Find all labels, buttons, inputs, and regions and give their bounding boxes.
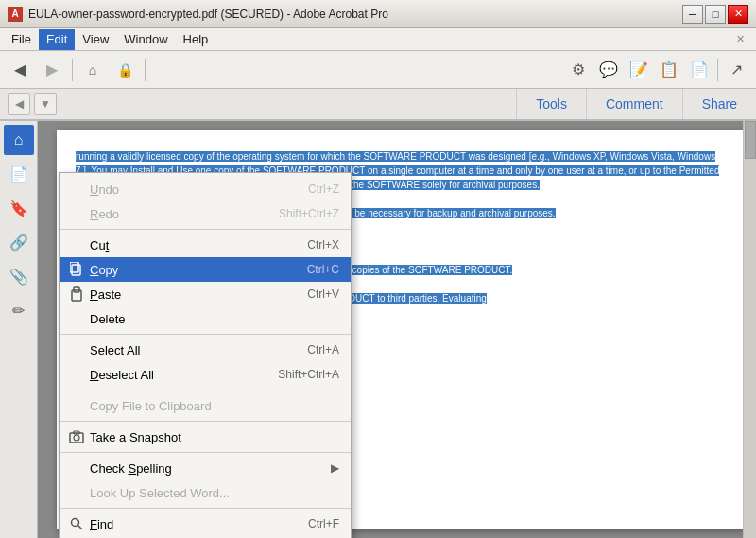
scrollbar[interactable] bbox=[743, 121, 756, 538]
menu-close-x[interactable]: ✕ bbox=[729, 29, 752, 50]
sep4 bbox=[60, 421, 351, 422]
menu-item-undo[interactable]: Undo Ctrl+Z bbox=[60, 177, 351, 201]
toolbar-sep2 bbox=[145, 59, 146, 81]
menu-item-snapshot[interactable]: Take a Snapshot bbox=[60, 425, 351, 449]
toolbar-comment-icon[interactable]: 💬 bbox=[594, 56, 623, 84]
scrollbar-thumb[interactable] bbox=[745, 121, 756, 159]
nav-back[interactable]: ◀ bbox=[8, 93, 30, 115]
svg-point-5 bbox=[74, 435, 79, 441]
copyfile-icon bbox=[67, 397, 86, 414]
sidebar-attachments[interactable]: 📎 bbox=[4, 261, 34, 291]
toolbar: ◀ ▶ ⌂ 🔒 ⚙ 💬 📝 📋 📄 ↗ bbox=[0, 51, 756, 89]
spelling-icon bbox=[67, 460, 86, 477]
minimize-button[interactable]: ─ bbox=[682, 5, 703, 24]
toolbar-right: ⚙ 💬 📝 📋 📄 ↗ bbox=[564, 56, 750, 84]
snapshot-icon bbox=[67, 428, 86, 445]
sidebar: ⌂ 📄 🔖 🔗 📎 ✏ bbox=[0, 121, 38, 538]
toolbar-expand-icon[interactable]: ↗ bbox=[722, 56, 750, 84]
menu-item-paste[interactable]: Paste Ctrl+V bbox=[60, 282, 351, 306]
svg-point-7 bbox=[72, 519, 79, 527]
tab-tools[interactable]: Tools bbox=[516, 89, 586, 119]
title-bar: A EULA-owner-password-encrypted.pdf (SEC… bbox=[0, 0, 756, 28]
sep6 bbox=[60, 508, 351, 509]
edit-dropdown-menu: Undo Ctrl+Z Redo Shift+Ctrl+Z Cut Ctrl+X… bbox=[59, 172, 352, 538]
sidebar-home[interactable]: ⌂ bbox=[4, 125, 34, 155]
nav-bar: ◀ ▼ Tools Comment Share bbox=[0, 89, 756, 121]
menu-view[interactable]: View bbox=[75, 29, 116, 50]
menu-item-delete[interactable]: Delete bbox=[60, 306, 351, 331]
find-icon bbox=[67, 515, 86, 532]
toolbar-document-icon[interactable]: 📄 bbox=[685, 56, 713, 84]
paste-icon bbox=[67, 286, 86, 303]
toolbar-edit-icon[interactable]: 📝 bbox=[625, 56, 653, 84]
menu-bar: File Edit View Window Help ✕ bbox=[0, 28, 756, 51]
tab-comment[interactable]: Comment bbox=[586, 89, 682, 119]
menu-item-redo[interactable]: Redo Shift+Ctrl+Z bbox=[60, 201, 351, 226]
sep2 bbox=[60, 334, 351, 335]
undo-icon bbox=[67, 181, 86, 198]
menu-item-selectall[interactable]: Select All Ctrl+A bbox=[60, 338, 351, 362]
delete-icon bbox=[67, 310, 86, 327]
toolbar-sep3 bbox=[717, 59, 718, 81]
menu-item-copyfile[interactable]: Copy File to Clipboard bbox=[60, 393, 351, 418]
sep3 bbox=[60, 390, 351, 390]
close-button[interactable]: ✕ bbox=[728, 5, 748, 24]
menu-edit[interactable]: Edit bbox=[39, 29, 75, 50]
window-controls: ─ □ ✕ bbox=[682, 5, 748, 24]
svg-line-8 bbox=[78, 526, 83, 530]
selectall-icon bbox=[67, 341, 86, 358]
window-title: EULA-owner-password-encrypted.pdf (SECUR… bbox=[28, 8, 682, 21]
menu-item-copy[interactable]: Copy Ctrl+C bbox=[60, 257, 351, 282]
lookup-icon bbox=[67, 484, 86, 501]
toolbar-sep1 bbox=[72, 59, 73, 81]
toolbar-forward[interactable]: ▶ bbox=[38, 56, 66, 84]
cut-icon bbox=[67, 236, 86, 253]
menu-window[interactable]: Window bbox=[116, 29, 175, 50]
menu-item-spelling[interactable]: Check Spelling ▶ bbox=[60, 456, 351, 480]
menu-item-find[interactable]: Find Ctrl+F bbox=[60, 512, 351, 536]
sidebar-edit[interactable]: ✏ bbox=[4, 295, 34, 325]
deselectall-icon bbox=[67, 366, 86, 383]
main-area: ⌂ 📄 🔖 🔗 📎 ✏ running a validly licensed c… bbox=[0, 121, 756, 538]
menu-item-deselectall[interactable]: Deselect All Shift+Ctrl+A bbox=[60, 362, 351, 387]
toolbar-clipboard-icon[interactable]: 📋 bbox=[655, 56, 683, 84]
tab-share[interactable]: Share bbox=[682, 89, 756, 119]
sep5 bbox=[60, 452, 351, 453]
sep1 bbox=[60, 229, 351, 230]
maximize-button[interactable]: □ bbox=[705, 5, 726, 24]
redo-icon bbox=[67, 205, 86, 222]
sidebar-links[interactable]: 🔗 bbox=[4, 227, 34, 257]
app-icon: A bbox=[8, 7, 23, 22]
menu-file[interactable]: File bbox=[4, 29, 39, 50]
sidebar-pages[interactable]: 📄 bbox=[4, 159, 34, 189]
menu-help[interactable]: Help bbox=[176, 29, 216, 50]
toolbar-home[interactable]: ⌂ bbox=[78, 56, 107, 84]
nav-left: ◀ ▼ bbox=[0, 89, 516, 119]
menu-item-lookup[interactable]: Look Up Selected Word... bbox=[60, 480, 351, 505]
copy-icon bbox=[67, 261, 86, 278]
toolbar-settings-icon[interactable]: ⚙ bbox=[564, 56, 593, 84]
nav-down[interactable]: ▼ bbox=[34, 93, 57, 115]
nav-tabs: Tools Comment Share bbox=[516, 89, 756, 119]
sidebar-bookmarks[interactable]: 🔖 bbox=[4, 193, 34, 223]
toolbar-lock[interactable]: 🔒 bbox=[111, 56, 139, 84]
menu-item-cut[interactable]: Cut Ctrl+X bbox=[60, 233, 351, 257]
toolbar-back[interactable]: ◀ bbox=[6, 56, 34, 84]
